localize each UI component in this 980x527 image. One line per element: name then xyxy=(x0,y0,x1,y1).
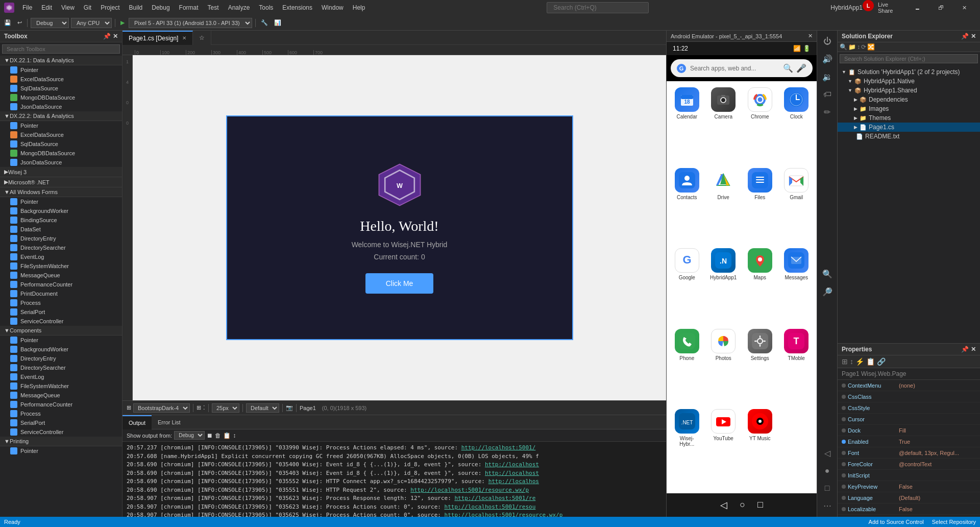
toolbox-item-de-comp[interactable]: DirectoryEntry xyxy=(0,354,122,363)
prop-dock[interactable]: Dock Fill xyxy=(838,425,980,436)
menu-edit[interactable]: Edit xyxy=(37,2,56,13)
camera-icon[interactable]: 📷 xyxy=(286,404,293,411)
run-button[interactable]: ▶ xyxy=(118,18,127,27)
tree-images[interactable]: ▶ 📁 Images xyxy=(838,104,980,113)
toolbox-item-backgroundworker[interactable]: BackgroundWorker xyxy=(0,206,122,215)
toolbox-item-sp-comp[interactable]: SerialPort xyxy=(0,418,122,427)
prop-locked[interactable]: Locked False xyxy=(838,515,980,517)
menu-git[interactable]: Git xyxy=(80,2,95,13)
se-toolbar-icon-3[interactable]: ↕ xyxy=(857,43,860,51)
toolbox-item-sqldatasource-2[interactable]: SqlDataSource xyxy=(0,139,122,149)
menu-window[interactable]: Window xyxy=(317,2,348,13)
toolbox-item-printdocument[interactable]: PrintDocument xyxy=(0,289,122,298)
toolbar-icon-4[interactable]: 📊 xyxy=(272,18,283,27)
toolbox-item-jsondatasource-2[interactable]: JsonDataSource xyxy=(0,158,122,167)
app-icon-files[interactable]: Files xyxy=(744,166,776,243)
output-toolbar-icon-1[interactable]: ⏹ xyxy=(207,432,213,439)
toolbox-item-proc-comp[interactable]: Process xyxy=(0,409,122,418)
output-toolbar-icon-4[interactable]: ↕ xyxy=(233,432,236,439)
menu-extensions[interactable]: Extensions xyxy=(278,2,316,13)
prop-language[interactable]: Language (Default) xyxy=(838,492,980,504)
emulator-side-power-icon[interactable]: ⏻ xyxy=(821,35,834,48)
tab-close-icon[interactable]: ✕ xyxy=(182,35,186,41)
toolbox-item-bindingsource[interactable]: BindingSource xyxy=(0,215,122,225)
toolbox-item-pc-comp[interactable]: PerformanceCounter xyxy=(0,400,122,409)
tab-output[interactable]: Output xyxy=(122,415,152,429)
toolbox-item-process[interactable]: Process xyxy=(0,298,122,307)
toolbox-section-header-printing[interactable]: ▼ Printing xyxy=(0,437,122,446)
grid-icon[interactable]: ⊞ xyxy=(197,404,201,411)
prop-enabled[interactable]: Enabled True xyxy=(838,436,980,447)
toolbox-item-pointer-1[interactable]: Pointer xyxy=(0,65,122,75)
props-tool-1[interactable]: ⊞ xyxy=(842,357,848,366)
emulator-side-tag-icon[interactable]: 🏷 xyxy=(821,88,834,101)
mic-icon[interactable]: 🎤 xyxy=(796,63,806,73)
toolbox-item-jsondatasource-1[interactable]: JsonDataSource xyxy=(0,102,122,111)
theme-dropdown[interactable]: BootstrapDark-4 xyxy=(133,403,190,413)
show-from-dropdown[interactable]: Debug xyxy=(174,431,205,440)
app-icon-drive[interactable]: Drive xyxy=(707,166,740,243)
toolbox-item-ds-comp[interactable]: DirectorySearcher xyxy=(0,363,122,372)
menu-tools[interactable]: Tools xyxy=(255,2,277,13)
prop-localizable[interactable]: Localizable False xyxy=(838,504,980,515)
toolbox-section-header-dx221[interactable]: ▼ DX.22.1: Data & Analytics xyxy=(0,56,122,65)
toolbox-section-header-microsoft[interactable]: ▶ Microsoft® .NET xyxy=(0,177,122,187)
toolbar-icon-2[interactable]: ↩ xyxy=(15,18,24,27)
menu-debug[interactable]: Debug xyxy=(148,2,174,13)
tree-shared[interactable]: ▼ 📦 HybridApp1.Shared xyxy=(838,86,980,95)
app-icon-settings[interactable]: Settings xyxy=(744,327,776,403)
prop-forecolor[interactable]: ForeColor @controlText xyxy=(838,459,980,470)
se-search-input[interactable] xyxy=(840,54,978,63)
prop-font[interactable]: Font @default, 13px, Regul... xyxy=(838,447,980,459)
emulator-side-pen-icon[interactable]: ✏ xyxy=(822,105,832,119)
output-link-4[interactable]: http://localhos xyxy=(488,478,539,485)
se-pin-icon[interactable]: 📌 xyxy=(961,33,969,40)
menu-build[interactable]: Build xyxy=(125,2,147,13)
title-search-input[interactable] xyxy=(547,2,649,13)
prop-keypreview[interactable]: KeyPreview False xyxy=(838,481,980,492)
select-repository-button[interactable]: Select Repository xyxy=(932,519,976,525)
toolbox-item-pointer-2[interactable]: Pointer xyxy=(0,121,122,130)
toolbox-item-messagequeue[interactable]: MessageQueue xyxy=(0,271,122,280)
tree-solution[interactable]: ▼ 📋 Solution 'HybridApp1' (2 of 2 projec… xyxy=(838,67,980,77)
prop-initscript[interactable]: InitScript xyxy=(838,470,980,481)
menu-format[interactable]: Format xyxy=(175,2,203,13)
emulator-side-zoom-out-icon[interactable]: 🔎 xyxy=(820,285,835,299)
toolbox-item-mongodbdatasource-1[interactable]: MongoDBDataSource xyxy=(0,93,122,102)
toolbox-item-eventlog[interactable]: EventLog xyxy=(0,252,122,261)
minimize-button[interactable]: 🗕 xyxy=(905,0,929,15)
output-toolbar-icon-3[interactable]: 📋 xyxy=(223,432,231,439)
lens-icon[interactable]: 🔍 xyxy=(783,63,793,73)
toolbox-section-header-winforms[interactable]: ▼ All Windows Forms xyxy=(0,187,122,197)
toolbox-item-serialport[interactable]: SerialPort xyxy=(0,307,122,317)
output-link-6[interactable]: http://localhost:5001/re xyxy=(454,495,535,501)
app-icon-gmail[interactable]: Gmail xyxy=(780,166,813,243)
app-icon-clock[interactable]: Clock xyxy=(780,85,813,162)
toolbox-item-exceldatasource-1[interactable]: ExcelDataSource xyxy=(0,75,122,84)
toolbar-icon-3[interactable]: 🔧 xyxy=(259,18,270,27)
tab-star[interactable]: ☆ xyxy=(193,31,211,45)
app-icon-camera[interactable]: Camera xyxy=(707,85,740,162)
toolbox-item-el-comp[interactable]: EventLog xyxy=(0,372,122,381)
props-tool-2[interactable]: ↕ xyxy=(850,357,853,366)
live-share-button[interactable]: Live Share xyxy=(878,0,901,15)
output-toolbar-icon-2[interactable]: 🗑 xyxy=(215,432,221,439)
app-icon-hybridapp[interactable]: .N HybridApp1 xyxy=(707,246,740,323)
toolbox-item-sqldatasource-1[interactable]: SqlDataSource xyxy=(0,84,122,93)
emulator-side-back-icon[interactable]: ◁ xyxy=(822,446,832,460)
app-icon-calendar[interactable]: 18 Calendar xyxy=(671,85,703,162)
toolbox-item-mq-comp[interactable]: MessageQueue xyxy=(0,391,122,400)
toolbox-item-mongodbdatasource-2[interactable]: MongoDBDataSource xyxy=(0,149,122,158)
app-icon-phone[interactable]: Phone xyxy=(671,327,703,403)
menu-file[interactable]: File xyxy=(18,2,36,13)
toolbox-item-filesystemwatcher[interactable]: FileSystemWatcher xyxy=(0,261,122,271)
toolbox-search-input[interactable] xyxy=(2,44,120,54)
emulator-side-dot-icon[interactable]: ● xyxy=(823,464,832,477)
tree-readme[interactable]: 📄 README.txt xyxy=(838,132,980,141)
designer-canvas[interactable]: W Hello, World! Welcome to Wisej.NET Hyb… xyxy=(133,55,666,400)
home-button[interactable]: ○ xyxy=(740,499,745,511)
se-toolbar-icon-5[interactable]: 🔀 xyxy=(867,43,875,51)
tab-page1-design[interactable]: Page1.cs [Design] ✕ xyxy=(122,31,193,45)
toolbox-section-header-dx222[interactable]: ▼ DX.22.2: Data & Analytics xyxy=(0,111,122,121)
toolbox-item-directoryentry[interactable]: DirectoryEntry xyxy=(0,234,122,243)
